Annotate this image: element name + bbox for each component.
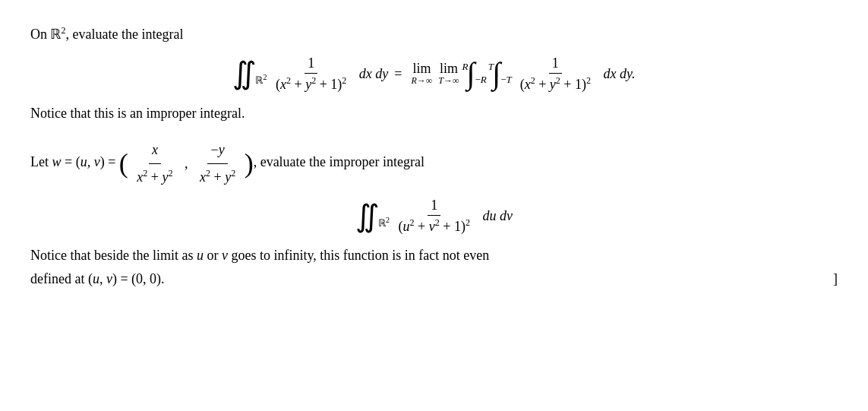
open-paren: (	[119, 148, 128, 179]
rhs-numerator: 1	[549, 55, 562, 74]
rhs-denominator: (x2 + y2 + 1)2	[517, 74, 594, 93]
r2-subscript: ℝ2	[255, 73, 267, 87]
second-equation: ∬ ℝ2 1 (u2 + v2 + 1)2 du dv	[30, 198, 838, 235]
uv-numerator: 1	[428, 198, 440, 216]
let-w-text: Let w = (u, v) = ( x x2 + y2 , −y x2 + y…	[30, 138, 838, 188]
uv-double-integral: ∬ ℝ2 1 (u2 + v2 + 1)2 du dv	[355, 198, 513, 235]
integral-R-sub: R −R	[475, 61, 487, 87]
rhs-fraction: 1 (x2 + y2 + 1)2	[517, 55, 594, 93]
bound-negT-sub: −T	[500, 74, 512, 87]
integral-symbol-T: ∫	[492, 60, 500, 87]
lhs-double-integral: ∬ ℝ2 1 (x2 + y2 + 1)2 dx dy	[232, 55, 388, 93]
limit-T: lim T→∞	[438, 61, 459, 87]
uv-denominator: (u2 + v2 + 1)2	[396, 216, 473, 235]
r2-subscript-uv: ℝ2	[378, 216, 390, 229]
closing-bracket: ]	[833, 267, 838, 291]
notice-text-1: Notice that this is an improper integral…	[30, 102, 838, 125]
lim-R-text: lim	[412, 61, 431, 77]
lhs-measure: dx dy	[355, 66, 388, 82]
rhs-measure: dx dy.	[600, 66, 636, 82]
frac-x-den: x2 + y2	[134, 164, 175, 189]
close-paren: )	[245, 148, 254, 179]
lim-T-text: lim	[440, 61, 458, 77]
intro-text: On ℝ2, evaluate the integral	[30, 23, 838, 46]
lhs-fraction: 1 (x2 + y2 + 1)2	[273, 55, 349, 93]
frac-x: x x2 + y2	[134, 138, 175, 188]
lhs-denominator: (x2 + y2 + 1)2	[273, 74, 349, 93]
limit-R: lim R→∞	[411, 61, 432, 87]
frac-y-num: −y	[207, 138, 227, 164]
bound-negR-sub: −R	[475, 74, 487, 87]
frac-x-num: x	[149, 138, 161, 164]
uv-measure: du dv	[479, 208, 513, 224]
integral-T-sub: T −T	[500, 61, 512, 87]
lhs-numerator: 1	[305, 55, 317, 74]
integral-symbol-lhs: ∬	[232, 60, 257, 87]
frac-y-den: x2 + y2	[197, 164, 238, 189]
frac-y: −y x2 + y2	[197, 138, 238, 188]
first-equation: ∬ ℝ2 1 (x2 + y2 + 1)2 dx dy = lim R→∞ li…	[30, 55, 838, 93]
integral-symbol-R: ∫	[467, 60, 475, 87]
lim-T-sub: T→∞	[438, 75, 459, 87]
integral-symbol-uv: ∬	[355, 203, 380, 230]
uv-fraction: 1 (u2 + v2 + 1)2	[396, 198, 473, 235]
lim-R-sub: R→∞	[411, 75, 432, 87]
main-content: On ℝ2, evaluate the integral ∬ ℝ2 1 (x2 …	[30, 23, 838, 291]
equals-sign-1: =	[394, 66, 402, 82]
notice-text-2: Notice that beside the limit as u or v g…	[30, 244, 838, 290]
